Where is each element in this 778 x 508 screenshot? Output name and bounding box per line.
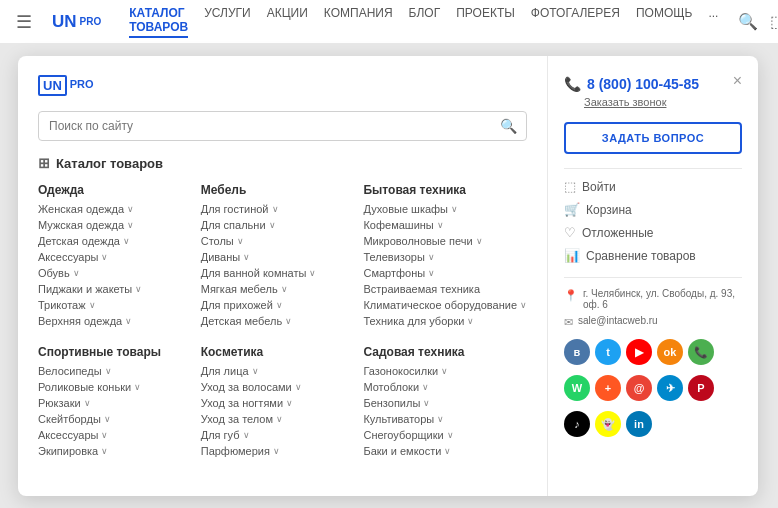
sidebar-link-login[interactable]: ⬚ Войти bbox=[564, 179, 742, 194]
social-row-3: ♪ 👻 in bbox=[564, 411, 652, 437]
list-item[interactable]: Верхняя одежда∨ bbox=[38, 315, 191, 327]
list-item[interactable]: Бензопилы∨ bbox=[363, 397, 527, 409]
nav-right-icons: 🔍 ⬚ bbox=[738, 12, 778, 31]
list-item[interactable]: Обувь∨ bbox=[38, 267, 191, 279]
ask-question-button[interactable]: ЗАДАТЬ ВОПРОС bbox=[564, 122, 742, 154]
social-mail-button[interactable]: @ bbox=[626, 375, 652, 401]
list-item[interactable]: Газонокосилки∨ bbox=[363, 365, 527, 377]
compare-label: Сравнение товаров bbox=[586, 249, 696, 263]
login-icon[interactable]: ⬚ bbox=[770, 12, 778, 31]
dropdown-panel: UN PRO 🔍 ⊞ Каталог товаров Одежда Женска… bbox=[18, 56, 758, 496]
list-item[interactable]: Мягкая мебель∨ bbox=[201, 283, 354, 295]
search-input[interactable] bbox=[38, 111, 527, 141]
top-navigation: ☰ UN PRO КАТАЛОГ ТОВАРОВ УСЛУГИ АКЦИИ КО… bbox=[0, 0, 778, 44]
nav-link-blog[interactable]: БЛОГ bbox=[409, 6, 441, 38]
social-youtube-button[interactable]: ▶ bbox=[626, 339, 652, 365]
list-item[interactable]: Уход за волосами∨ bbox=[201, 381, 354, 393]
search-submit-icon[interactable]: 🔍 bbox=[500, 118, 517, 134]
list-item[interactable]: Техника для уборки∨ bbox=[363, 315, 527, 327]
list-item[interactable]: Мужская одежда∨ bbox=[38, 219, 191, 231]
list-item[interactable]: Детская мебель∨ bbox=[201, 315, 354, 327]
logo-pro: PRO bbox=[80, 16, 102, 27]
list-item[interactable]: Для лица∨ bbox=[201, 365, 354, 377]
social-tiktok-button[interactable]: ♪ bbox=[564, 411, 590, 437]
list-item[interactable]: Уход за телом∨ bbox=[201, 413, 354, 425]
category-section-garden: Садовая техника Газонокосилки∨ Мотоблоки… bbox=[363, 345, 527, 461]
nav-link-services[interactable]: УСЛУГИ bbox=[204, 6, 251, 38]
list-item[interactable]: Для гостиной∨ bbox=[201, 203, 354, 215]
social-whatsapp-button[interactable]: W bbox=[564, 375, 590, 401]
list-item[interactable]: Парфюмерия∨ bbox=[201, 445, 354, 457]
cart-icon: 🛒 bbox=[564, 202, 580, 217]
social-ok-button[interactable]: ok bbox=[657, 339, 683, 365]
login-label: Войти bbox=[582, 180, 616, 194]
phone-number: 8 (800) 100-45-85 bbox=[587, 76, 699, 92]
list-item[interactable]: Аксессуары∨ bbox=[38, 251, 191, 263]
list-item[interactable]: Роликовые коньки∨ bbox=[38, 381, 191, 393]
list-item[interactable]: Велосипеды∨ bbox=[38, 365, 191, 377]
list-item[interactable]: Рюкзаки∨ bbox=[38, 397, 191, 409]
address-section: 📍 г. Челябинск, ул. Свободы, д. 93, оф. … bbox=[564, 288, 742, 329]
list-item[interactable]: Детская одежда∨ bbox=[38, 235, 191, 247]
list-item[interactable]: Столы∨ bbox=[201, 235, 354, 247]
login-icon: ⬚ bbox=[564, 179, 576, 194]
list-item[interactable]: Аксессуары∨ bbox=[38, 429, 191, 441]
list-item[interactable]: Снегоуборщики∨ bbox=[363, 429, 527, 441]
list-item[interactable]: Культиваторы∨ bbox=[363, 413, 527, 425]
list-item[interactable]: Уход за ногтями∨ bbox=[201, 397, 354, 409]
nav-link-catalog[interactable]: КАТАЛОГ ТОВАРОВ bbox=[129, 6, 188, 38]
category-section-furniture: Мебель Для гостиной∨ Для спальни∨ Столы∨… bbox=[201, 183, 354, 331]
hamburger-icon[interactable]: ☰ bbox=[16, 11, 32, 33]
social-plus-button[interactable]: + bbox=[595, 375, 621, 401]
nav-link-more[interactable]: ... bbox=[708, 6, 718, 38]
nav-link-projects[interactable]: ПРОЕКТЫ bbox=[456, 6, 515, 38]
category-title-garden: Садовая техника bbox=[363, 345, 527, 359]
search-icon[interactable]: 🔍 bbox=[738, 12, 758, 31]
list-item[interactable]: Трикотаж∨ bbox=[38, 299, 191, 311]
list-item[interactable]: Микроволновые печи∨ bbox=[363, 235, 527, 247]
social-telegram-button[interactable]: ✈ bbox=[657, 375, 683, 401]
sidebar-link-wishlist[interactable]: ♡ Отложенные bbox=[564, 225, 742, 240]
nav-link-promotions[interactable]: АКЦИИ bbox=[267, 6, 308, 38]
social-twitter-button[interactable]: t bbox=[595, 339, 621, 365]
list-item[interactable]: Смартфоны∨ bbox=[363, 267, 527, 279]
nav-link-help[interactable]: ПОМОЩЬ bbox=[636, 6, 692, 38]
social-phone-button[interactable]: 📞 bbox=[688, 339, 714, 365]
list-item[interactable]: Женская одежда∨ bbox=[38, 203, 191, 215]
category-section-cosmetics: Косметика Для лица∨ Уход за волосами∨ Ух… bbox=[201, 345, 354, 461]
social-vk-button[interactable]: в bbox=[564, 339, 590, 365]
social-linkedin-button[interactable]: in bbox=[626, 411, 652, 437]
nav-link-gallery[interactable]: ФОТОГАЛЕРЕЯ bbox=[531, 6, 620, 38]
list-item[interactable]: Диваны∨ bbox=[201, 251, 354, 263]
category-title-sports: Спортивные товары bbox=[38, 345, 191, 359]
location-icon: 📍 bbox=[564, 289, 578, 302]
social-row-1: в t ▶ ok 📞 bbox=[564, 339, 714, 365]
right-sidebar: × 📞 8 (800) 100-45-85 Заказать звонок ЗА… bbox=[548, 56, 758, 496]
list-item[interactable]: Баки и емкости∨ bbox=[363, 445, 527, 457]
list-item[interactable]: Для прихожей∨ bbox=[201, 299, 354, 311]
list-item[interactable]: Для спальни∨ bbox=[201, 219, 354, 231]
list-item[interactable]: Телевизоры∨ bbox=[363, 251, 527, 263]
list-item[interactable]: Пиджаки и жакеты∨ bbox=[38, 283, 191, 295]
nav-logo: UN PRO bbox=[52, 12, 101, 32]
search-box: 🔍 bbox=[38, 111, 527, 141]
close-button[interactable]: × bbox=[733, 72, 742, 90]
sidebar-link-compare[interactable]: 📊 Сравнение товаров bbox=[564, 248, 742, 263]
nav-link-company[interactable]: КОМПАНИЯ bbox=[324, 6, 393, 38]
social-pinterest-button[interactable]: P bbox=[688, 375, 714, 401]
list-item[interactable]: Встраиваемая техника bbox=[363, 283, 527, 295]
callback-link[interactable]: Заказать звонок bbox=[584, 96, 742, 108]
list-item[interactable]: Духовые шкафы∨ bbox=[363, 203, 527, 215]
list-item[interactable]: Для ванной комнаты∨ bbox=[201, 267, 354, 279]
email-item: ✉ sale@intacweb.ru bbox=[564, 315, 742, 329]
list-item[interactable]: Скейтборды∨ bbox=[38, 413, 191, 425]
social-snapchat-button[interactable]: 👻 bbox=[595, 411, 621, 437]
list-item[interactable]: Экипировка∨ bbox=[38, 445, 191, 457]
list-item[interactable]: Климатическое оборудование∨ bbox=[363, 299, 527, 311]
sidebar-link-cart[interactable]: 🛒 Корзина bbox=[564, 202, 742, 217]
list-item[interactable]: Для губ∨ bbox=[201, 429, 354, 441]
category-title-clothing: Одежда bbox=[38, 183, 191, 197]
list-item[interactable]: Кофемашины∨ bbox=[363, 219, 527, 231]
catalog-title: Каталог товаров bbox=[56, 156, 163, 171]
list-item[interactable]: Мотоблоки∨ bbox=[363, 381, 527, 393]
